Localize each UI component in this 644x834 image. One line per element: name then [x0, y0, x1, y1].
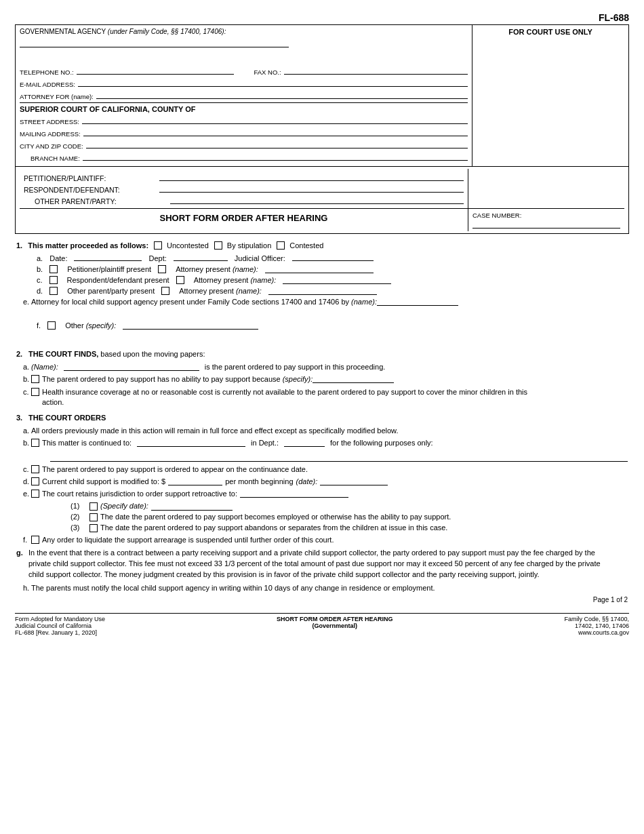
section3-e3-checkbox[interactable] [89, 524, 98, 532]
section3-e1: (1) (Specify date): [71, 502, 628, 511]
section2-c-text: Health insurance coverage at no or reaso… [42, 387, 550, 408]
section3-b-dept-value[interactable] [284, 438, 325, 447]
other-attorney-checkbox[interactable] [161, 287, 169, 295]
respondent-row: RESPONDENT/DEFENDANT: [24, 183, 464, 194]
section3-f-checkbox[interactable] [31, 536, 39, 544]
section3-e1-value[interactable] [151, 502, 233, 511]
section3-e2: (2) The date the parent ordered to pay s… [71, 513, 628, 521]
mailing-label: MAILING ADDRESS: [20, 130, 81, 138]
section3-e1-text: (Specify date): [100, 502, 148, 510]
section1-e-text: Attorney for local child support agency … [31, 297, 377, 307]
other-present-checkbox[interactable] [49, 287, 58, 295]
section3-e2-checkbox[interactable] [89, 513, 98, 521]
petitioner-value[interactable] [159, 172, 464, 181]
section3-d-checkbox[interactable] [31, 477, 39, 485]
respondent-attorney-value[interactable] [283, 275, 391, 284]
section2-c-checkbox[interactable] [31, 388, 39, 396]
section2-b-value[interactable] [313, 374, 394, 383]
section3-e3-text: The date the parent ordered to pay suppo… [100, 523, 447, 532]
case-number-value[interactable] [472, 219, 620, 229]
section1-f: f. Other (specify): [37, 321, 628, 330]
court-header: SUPERIOR COURT OF CALIFORNIA, COUNTY OF [20, 105, 468, 113]
mailing-value[interactable] [83, 127, 468, 136]
footer-right-3: www.courts.ca.gov [564, 629, 629, 636]
dept-value[interactable] [174, 252, 228, 261]
section3-h: h. The parents must notify the local chi… [16, 583, 628, 593]
uncontested-checkbox[interactable] [154, 241, 162, 250]
section3-b-continued-value[interactable] [137, 438, 245, 447]
section3-d: d. Current child support is modified to:… [16, 477, 628, 487]
footer-center-2: (Governmental) [277, 622, 393, 629]
section2-a-rest: is the parent ordered to pay support in … [205, 362, 386, 372]
other-f-checkbox[interactable] [47, 321, 56, 330]
footer-right-1: Family Code, §§ 17400, [564, 616, 629, 622]
email-value[interactable] [78, 77, 468, 87]
street-value[interactable] [82, 115, 468, 124]
by-stipulation-label: By stipulation [227, 241, 271, 250]
section3-d-text: Current child support is modified to: $ [42, 477, 165, 487]
section2-b-label: b. [16, 374, 31, 384]
section3-e1-checkbox[interactable] [89, 502, 98, 511]
section3-c-checkbox[interactable] [31, 465, 39, 473]
telephone-row: TELEPHONE NO.: FAX NO.: [20, 65, 468, 76]
section3-d-label: d. [16, 477, 31, 487]
section1-a: a. Date: Dept: Judicial Officer: [37, 252, 628, 262]
respondent-present-text: Respondent/defendant present [67, 276, 169, 284]
by-stipulation-check[interactable]: By stipulation [214, 241, 271, 250]
agency-attorney-value[interactable] [377, 297, 458, 306]
petitioner-attorney-value[interactable] [265, 264, 374, 273]
petitioner-present-checkbox[interactable] [49, 265, 58, 273]
section3-e-checkbox[interactable] [31, 490, 39, 498]
city-label: CITY AND ZIP CODE: [20, 142, 83, 150]
uncontested-check[interactable]: Uncontested [154, 241, 209, 250]
section-2: 2. THE COURT FINDS, based upon the movin… [16, 349, 628, 408]
other-value[interactable] [170, 195, 464, 204]
petitioner-attorney-checkbox[interactable] [158, 265, 166, 273]
section3-g: g. In the event that there is a contract… [16, 548, 628, 580]
fax-value[interactable] [284, 65, 468, 75]
footer-center-1: SHORT FORM ORDER AFTER HEARING [277, 616, 393, 622]
agency-value[interactable] [20, 37, 289, 47]
section1-header: 1. This matter proceeded as follows: Unc… [16, 241, 628, 250]
fax-label: FAX NO.: [254, 68, 281, 76]
section1-a-label: a. [37, 254, 43, 262]
section3-f-text: Any order to liquidate the support arrea… [42, 535, 334, 545]
contested-check[interactable]: Contested [277, 241, 323, 250]
city-value[interactable] [86, 139, 468, 148]
section1-f-label: f. [37, 321, 41, 330]
date-label: Date: [49, 254, 67, 262]
section3-b-purposes-line[interactable] [50, 451, 628, 462]
judicial-value[interactable] [292, 252, 374, 261]
date-value[interactable] [74, 252, 142, 261]
section3-d-date-label: (date): [296, 477, 318, 487]
attorney-label: ATTORNEY FOR (name): [20, 93, 94, 100]
section3-b-checkbox[interactable] [31, 439, 39, 447]
contested-checkbox[interactable] [277, 241, 285, 250]
section3-e1-num: (1) [71, 502, 89, 510]
telephone-value[interactable] [77, 65, 234, 75]
form-title: SHORT FORM ORDER AFTER HEARING [24, 213, 464, 223]
section3-e-value[interactable] [240, 489, 348, 498]
footer-right-2: 17402, 1740, 17406 [564, 622, 629, 629]
section3-e-label: e. [16, 489, 31, 499]
section1-c-label: c. [37, 276, 43, 284]
footer-right: Family Code, §§ 17400, 17402, 1740, 1740… [564, 616, 629, 636]
by-stipulation-checkbox[interactable] [214, 241, 222, 250]
section3-a: a. All orders previously made in this ac… [16, 426, 628, 436]
section3-d-date-value[interactable] [320, 477, 388, 485]
section2-a-name-label: (Name): [31, 362, 58, 372]
other-attorney-value[interactable] [268, 286, 377, 295]
respondent-attorney-checkbox[interactable] [176, 276, 184, 284]
other-specify-value[interactable] [123, 321, 258, 330]
section3-a-text: All orders previously made in this actio… [31, 426, 399, 436]
section3-e3: (3) The date the parent ordered to pay s… [71, 523, 628, 532]
section3-d-amount-value[interactable] [168, 477, 222, 485]
respondent-value[interactable] [159, 183, 464, 193]
branch-value[interactable] [83, 151, 468, 161]
attorney-value[interactable] [96, 90, 468, 99]
section3-b-purposes: for the following purposes only: [330, 438, 433, 448]
section2-b-checkbox[interactable] [31, 375, 39, 383]
respondent-present-checkbox[interactable] [49, 276, 58, 284]
section3-num: 3. [16, 413, 28, 423]
section2-a-value[interactable] [64, 362, 199, 371]
